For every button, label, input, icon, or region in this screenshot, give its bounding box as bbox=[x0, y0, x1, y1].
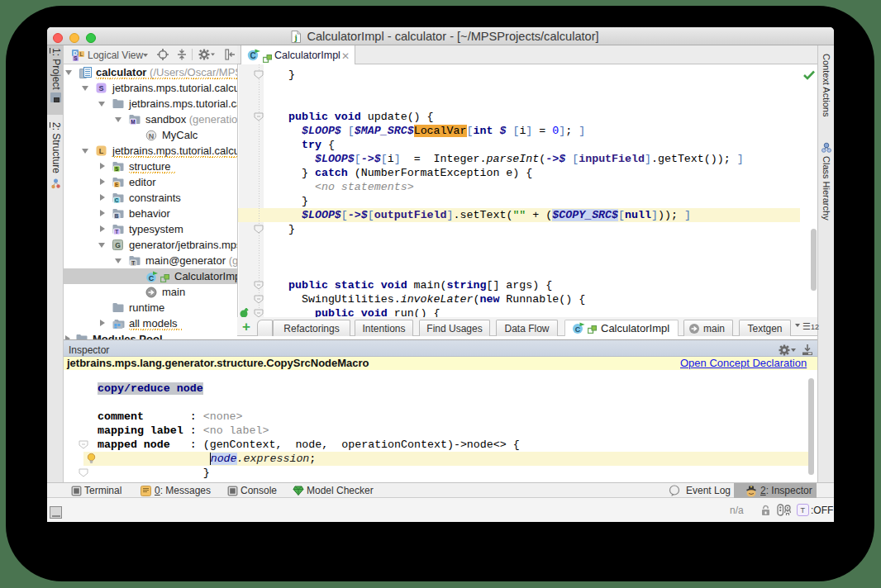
svg-text:T: T bbox=[115, 229, 118, 235]
svg-text:E: E bbox=[115, 182, 119, 187]
svg-text:C: C bbox=[575, 325, 581, 334]
svg-text:S: S bbox=[115, 166, 119, 172]
svg-text:B: B bbox=[115, 213, 119, 219]
svg-text:C: C bbox=[115, 197, 119, 203]
svg-text:S: S bbox=[98, 84, 103, 92]
svg-text:C: C bbox=[149, 274, 155, 282]
svg-text:G: G bbox=[115, 241, 121, 249]
svg-text:S: S bbox=[74, 55, 78, 61]
svg-text:j: j bbox=[294, 33, 298, 42]
svg-text:L: L bbox=[80, 51, 83, 57]
svg-text:M: M bbox=[131, 119, 135, 125]
svg-text:N: N bbox=[149, 132, 155, 140]
svg-text:T: T bbox=[131, 260, 135, 266]
svg-text:L: L bbox=[99, 147, 104, 155]
